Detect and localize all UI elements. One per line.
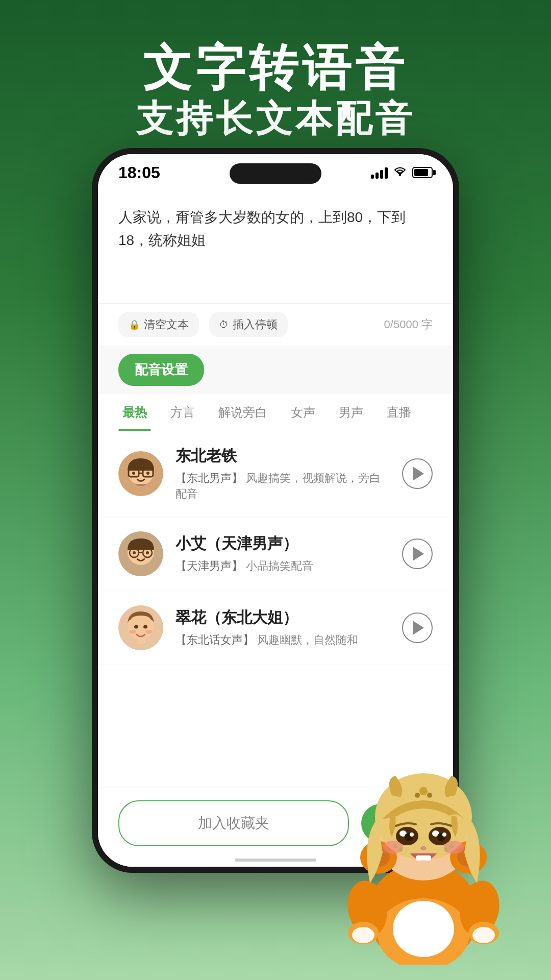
settings-button[interactable]: 配音设置 — [118, 354, 204, 386]
header-title-2: 支持长文本配音 — [0, 95, 551, 143]
word-count: 0/5000 字 — [384, 317, 433, 332]
svg-rect-21 — [137, 639, 145, 644]
voice-avatar-2 — [118, 531, 163, 576]
play-icon-2 — [413, 547, 424, 561]
play-icon-1 — [413, 467, 424, 481]
clock-icon: ⏱ — [219, 320, 229, 330]
status-icons — [371, 165, 433, 180]
play-button-2[interactable] — [402, 538, 433, 569]
anime-character-svg — [337, 740, 510, 965]
svg-point-18 — [143, 625, 147, 628]
svg-point-56 — [427, 793, 432, 798]
svg-point-30 — [472, 927, 495, 943]
svg-point-47 — [444, 841, 464, 854]
voice-info-2: 小艾（天津男声） 【天津男声】 小品搞笑配音 — [176, 533, 390, 574]
status-time: 18:05 — [118, 163, 160, 182]
tab-narration[interactable]: 解说旁白 — [214, 394, 271, 431]
tab-live[interactable]: 直播 — [383, 394, 415, 431]
svg-point-19 — [129, 630, 136, 634]
svg-point-7 — [146, 472, 149, 475]
settings-section: 配音设置 — [98, 346, 453, 394]
voice-item-3[interactable]: 翠花（东北大姐） 【东北话女声】 风趣幽默，自然随和 — [98, 591, 453, 665]
voice-avatar-3 — [118, 605, 163, 650]
play-button-3[interactable] — [402, 612, 433, 643]
tabs-section: 最热 方言 解说旁白 女声 男声 直播 童声 最 — [98, 394, 453, 431]
voice-item-1[interactable]: 东北老铁 【东北男声】 风趣搞笑，视频解说，旁白配音 — [98, 431, 453, 517]
text-area[interactable]: 人家说，甭管多大岁数的女的，上到80，下到18，统称姐姐 — [98, 191, 453, 303]
signal-icon — [371, 166, 388, 179]
lock-icon: 🔒 — [129, 319, 140, 330]
tab-popular[interactable]: 最热 — [118, 394, 151, 431]
svg-point-50 — [398, 848, 403, 852]
play-icon-3 — [413, 621, 424, 635]
tab-child[interactable]: 童声 — [431, 394, 433, 431]
header-title-1: 文字转语音 — [0, 41, 551, 95]
svg-point-45 — [442, 832, 446, 837]
header-section: 文字转语音 支持长文本配音 — [0, 0, 551, 163]
svg-point-20 — [145, 630, 153, 634]
battery-icon — [412, 167, 433, 178]
svg-point-44 — [410, 832, 414, 837]
svg-point-46 — [383, 841, 403, 854]
voice-desc-2: 【天津男声】 小品搞笑配音 — [176, 558, 390, 574]
collect-button[interactable]: 加入收藏夹 — [118, 800, 349, 846]
voice-item-2[interactable]: 小艾（天津男声） 【天津男声】 小品搞笑配音 — [98, 517, 453, 591]
svg-point-52 — [444, 848, 448, 852]
play-button-1[interactable] — [402, 458, 433, 489]
svg-point-0 — [399, 174, 401, 176]
anime-character — [337, 740, 510, 965]
voice-avatar-1 — [118, 451, 163, 496]
svg-rect-48 — [416, 855, 431, 861]
tab-male[interactable]: 男声 — [335, 394, 367, 431]
voice-info-3: 翠花（东北大姐） 【东北话女声】 风趣幽默，自然随和 — [176, 607, 390, 648]
wifi-icon — [393, 165, 407, 180]
svg-point-55 — [415, 793, 420, 798]
svg-point-53 — [449, 844, 454, 848]
svg-point-13 — [133, 551, 136, 554]
dynamic-island — [230, 163, 321, 184]
toolbar: 🔒 清空文本 ⏱ 插入停顿 0/5000 字 — [98, 303, 453, 346]
voice-list: 东北老铁 【东北男声】 风趣搞笑，视频解说，旁白配音 — [98, 431, 453, 665]
clear-text-button[interactable]: 🔒 清空文本 — [118, 312, 199, 337]
svg-point-6 — [132, 472, 135, 475]
svg-point-51 — [393, 844, 397, 848]
voice-name-2: 小艾（天津男声） — [176, 533, 390, 554]
voice-name-3: 翠花（东北大姐） — [176, 607, 390, 628]
home-indicator — [235, 859, 316, 862]
voice-desc-1: 【东北男声】 风趣搞笑，视频解说，旁白配音 — [176, 471, 390, 502]
tabs-list: 最热 方言 解说旁白 女声 男声 直播 童声 最 — [118, 394, 433, 431]
svg-point-24 — [393, 901, 454, 957]
svg-point-54 — [419, 787, 428, 795]
svg-point-29 — [352, 927, 374, 943]
insert-pause-button[interactable]: ⏱ 插入停顿 — [209, 312, 288, 337]
text-content: 人家说，甭管多大岁数的女的，上到80，下到18，统称姐姐 — [118, 206, 433, 252]
svg-point-49 — [420, 846, 427, 850]
tab-dialect[interactable]: 方言 — [166, 394, 199, 431]
tab-female[interactable]: 女声 — [287, 394, 319, 431]
voice-desc-3: 【东北话女声】 风趣幽默，自然随和 — [176, 632, 390, 648]
svg-point-17 — [134, 625, 138, 628]
voice-info-1: 东北老铁 【东北男声】 风趣搞笑，视频解说，旁白配音 — [176, 446, 390, 502]
voice-name-1: 东北老铁 — [176, 446, 390, 467]
svg-point-14 — [146, 551, 149, 554]
